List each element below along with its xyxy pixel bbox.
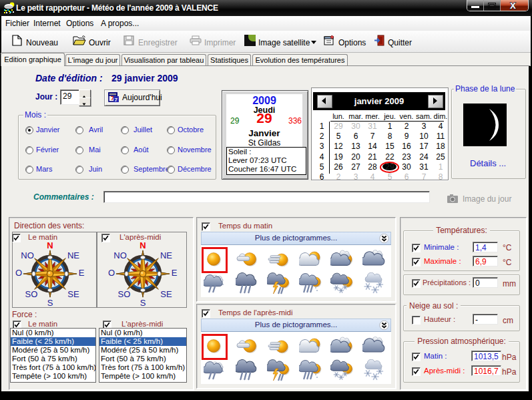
svg-text:X: X [510,1,516,10]
svg-text:7: 7 [115,97,118,103]
